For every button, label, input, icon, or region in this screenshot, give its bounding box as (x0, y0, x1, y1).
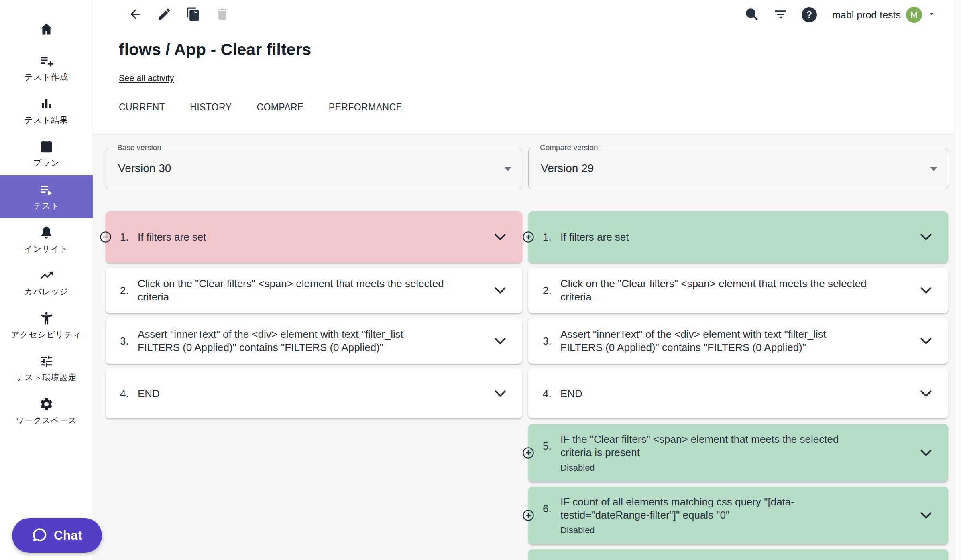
step-text: Assert "innerText" of the <div> element … (560, 328, 826, 354)
step-disabled-label: Disabled (560, 525, 794, 536)
step-row[interactable]: 3.Assert "innerText" of the <div> elemen… (106, 318, 522, 364)
sidebar-item-calendar[interactable]: プラン (0, 132, 93, 175)
page-header: ? mabl prod tests M flows / App - Clear … (93, 0, 954, 134)
sidebar: テスト作成テスト結果プランテストインサイトカバレッジアクセシビリティテスト環境設… (0, 0, 93, 560)
sidebar-item-playlist-add[interactable]: テスト作成 (0, 47, 93, 89)
sidebar-nav: テスト作成テスト結果プランテストインサイトカバレッジアクセシビリティテスト環境設… (0, 11, 93, 433)
tab-current[interactable]: CURRENT (119, 102, 165, 113)
accessibility-icon (39, 311, 54, 326)
tune-icon (39, 354, 54, 369)
step-row[interactable]: 1.If filters are set (528, 211, 948, 263)
step-number: 4. (543, 388, 560, 400)
filter-button[interactable] (772, 6, 789, 23)
compare-version-column: Compare version Version 29 1.If filters … (528, 134, 948, 560)
step-body: 6.IF count of all elements matching css … (543, 495, 794, 536)
chat-button[interactable]: Chat (12, 518, 102, 553)
chevron-down-icon[interactable] (920, 449, 932, 457)
edit-button[interactable] (156, 6, 173, 23)
tab-compare[interactable]: COMPARE (257, 102, 303, 113)
back-button[interactable] (127, 6, 144, 23)
step-row[interactable]: 4.END (106, 369, 522, 418)
step-number: 2. (543, 284, 560, 297)
duplicate-button[interactable] (185, 6, 202, 23)
sidebar-item-label: ワークスペース (16, 415, 77, 426)
compare-version-select[interactable]: Compare version Version 29 (528, 148, 948, 189)
sidebar-item-label: プラン (33, 157, 60, 168)
step-row[interactable]: 1.If filters are set (106, 211, 522, 263)
chevron-down-icon[interactable] (920, 512, 932, 519)
step-number: 4. (120, 388, 138, 400)
step-row[interactable]: 7.IF count of all elements matching css … (528, 549, 948, 560)
header-actions: ? mabl prod tests M (743, 6, 936, 23)
tab-history[interactable]: HISTORY (190, 102, 232, 113)
step-row[interactable]: 6.IF count of all elements matching css … (528, 487, 948, 544)
sidebar-item-accessibility[interactable]: アクセシビリティ (0, 304, 93, 347)
bar-chart-icon (39, 96, 54, 111)
see-all-activity-link[interactable]: See all activity (119, 73, 174, 83)
step-text: Click on the "Clear filters" <span> elem… (560, 277, 867, 304)
chevron-down-icon[interactable] (494, 390, 506, 397)
account-name: mabl prod tests (832, 9, 901, 21)
sidebar-item-trending-up[interactable]: カバレッジ (0, 261, 93, 304)
step-row[interactable]: 3.Assert "innerText" of the <div> elemen… (528, 318, 948, 364)
toolbar (127, 6, 230, 23)
chevron-down-icon[interactable] (920, 337, 932, 345)
page-scrollbar[interactable] (954, 0, 961, 560)
step-row[interactable]: 4.END (528, 369, 948, 418)
step-text: END (560, 387, 582, 400)
step-row[interactable]: 5.IF the "Clear filters" <span> element … (528, 424, 948, 482)
removed-step-icon (100, 231, 112, 243)
base-version-select[interactable]: Base version Version 30 (106, 148, 522, 189)
compare-version-value: Version 29 (541, 162, 594, 175)
sidebar-item-label: テスト (33, 200, 60, 211)
playlist-play-icon (39, 182, 54, 197)
base-version-label: Base version (114, 143, 165, 152)
step-body: 4.END (120, 387, 160, 400)
base-version-column: Base version Version 30 1.If filters are… (106, 134, 522, 423)
step-text: IF count of all elements matching css qu… (560, 495, 794, 522)
avatar: M (906, 7, 922, 23)
step-body: 2.Click on the "Clear filters" <span> el… (543, 277, 867, 304)
step-body: 1.If filters are set (543, 231, 629, 244)
main-area: ? mabl prod tests M flows / App - Clear … (93, 0, 954, 560)
step-row[interactable]: 2.Click on the "Clear filters" <span> el… (106, 268, 522, 313)
playlist-add-icon (39, 53, 54, 68)
step-text: Click on the "Clear filters" <span> elem… (138, 277, 444, 304)
step-number: 2. (120, 284, 138, 297)
sidebar-item-home[interactable] (0, 11, 93, 47)
step-body: 2.Click on the "Clear filters" <span> el… (120, 277, 444, 304)
step-number: 1. (120, 231, 138, 243)
chevron-down-icon[interactable] (920, 390, 932, 397)
chevron-down-icon[interactable] (494, 287, 506, 294)
added-step-icon (522, 509, 534, 521)
step-text: If filters are set (138, 231, 206, 244)
search-icon (744, 7, 759, 23)
tab-performance[interactable]: PERFORMANCE (329, 102, 402, 113)
base-version-value: Version 30 (118, 162, 171, 175)
help-button[interactable]: ? (801, 6, 818, 23)
sidebar-item-tune[interactable]: テスト環境設定 (0, 347, 93, 390)
sidebar-item-gear[interactable]: ワークスペース (0, 390, 93, 433)
step-body: 1.If filters are set (120, 231, 206, 244)
step-number: 3. (543, 335, 560, 347)
search-button[interactable] (743, 6, 760, 23)
sidebar-item-label: テスト結果 (24, 114, 68, 126)
sidebar-item-bell[interactable]: インサイト (0, 218, 93, 261)
step-text: If filters are set (560, 231, 629, 244)
chevron-down-icon[interactable] (920, 287, 932, 294)
account-menu[interactable]: mabl prod tests M (832, 7, 936, 23)
step-number: 6. (543, 503, 560, 515)
chevron-down-icon[interactable] (494, 337, 506, 345)
chevron-down-icon[interactable] (920, 233, 932, 241)
filter-list-icon (773, 7, 788, 23)
chat-label: Chat (54, 528, 82, 543)
sidebar-item-playlist-play[interactable]: テスト (0, 175, 93, 218)
sidebar-item-bar-chart[interactable]: テスト結果 (0, 89, 93, 132)
step-number: 3. (120, 335, 138, 347)
step-body: 3.Assert "innerText" of the <div> elemen… (120, 328, 403, 354)
step-text: Assert "innerText" of the <div> element … (138, 328, 403, 354)
chevron-down-icon[interactable] (494, 233, 506, 241)
delete-button[interactable] (214, 6, 230, 23)
step-row[interactable]: 2.Click on the "Clear filters" <span> el… (528, 268, 948, 313)
arrow-back-icon (128, 7, 143, 23)
